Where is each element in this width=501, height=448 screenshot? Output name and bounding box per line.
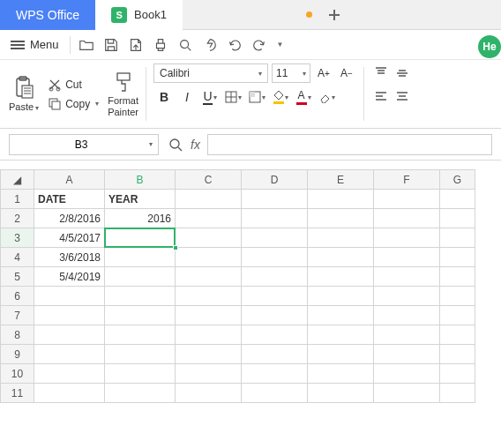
row-header[interactable]: 9 (1, 345, 34, 364)
format-painter-button[interactable]: FormatPainter (104, 63, 142, 124)
save-icon[interactable] (102, 36, 120, 54)
cell[interactable] (105, 306, 176, 325)
select-all-corner[interactable]: ◢ (1, 170, 34, 190)
cell[interactable] (105, 364, 176, 384)
cell-selected[interactable] (105, 228, 176, 248)
help-badge[interactable]: He (478, 35, 501, 58)
cell[interactable] (308, 190, 374, 209)
cell[interactable] (308, 209, 374, 228)
app-tab[interactable]: WPS Office (0, 0, 95, 30)
paste-button[interactable]: Paste▾ (5, 63, 42, 124)
align-middle-button[interactable] (393, 63, 412, 83)
cell[interactable]: 4/5/2017 (34, 228, 105, 248)
cell[interactable] (374, 306, 440, 325)
cell[interactable] (242, 228, 308, 248)
cell[interactable] (105, 325, 176, 345)
row-header[interactable]: 8 (1, 325, 34, 345)
row-header[interactable]: 2 (1, 209, 34, 228)
cell[interactable] (105, 384, 176, 403)
print-preview-icon[interactable] (176, 36, 194, 54)
col-header-F[interactable]: F (374, 170, 440, 190)
cell[interactable] (242, 325, 308, 345)
row-header[interactable]: 6 (1, 287, 34, 306)
cell[interactable] (176, 306, 242, 325)
cell[interactable] (34, 384, 105, 403)
cell[interactable] (440, 190, 475, 209)
chevron-down-icon[interactable]: ▾ (149, 140, 153, 148)
cell[interactable] (34, 325, 105, 345)
cell[interactable] (105, 248, 176, 267)
cell[interactable] (176, 287, 242, 306)
cell[interactable] (308, 248, 374, 267)
col-header-C[interactable]: C (176, 170, 242, 190)
cell[interactable] (374, 345, 440, 364)
name-box[interactable]: ▾ (9, 134, 159, 155)
fill-handle[interactable] (173, 245, 178, 250)
copy-button[interactable]: Copy▾ (48, 97, 99, 111)
cell[interactable] (440, 287, 475, 306)
cell[interactable]: 2/8/2016 (34, 209, 105, 228)
text-color-button[interactable]: A▾ (293, 86, 314, 108)
cell[interactable] (176, 325, 242, 345)
cell[interactable] (34, 364, 105, 384)
font-size-select[interactable]: 11▾ (272, 63, 310, 83)
cell-style-button[interactable]: ▾ (246, 86, 268, 108)
qat-more-icon[interactable]: ▼ (277, 41, 284, 49)
col-header-G[interactable]: G (440, 170, 475, 190)
link-icon[interactable] (201, 36, 219, 54)
cell[interactable] (308, 267, 374, 287)
cell[interactable]: 3/6/2018 (34, 248, 105, 267)
open-icon[interactable] (78, 36, 95, 54)
cell[interactable] (176, 364, 242, 384)
cell[interactable] (105, 287, 176, 306)
cell[interactable] (374, 209, 440, 228)
fill-color-button[interactable]: ▾ (270, 86, 291, 108)
cell[interactable] (440, 325, 475, 345)
cell[interactable] (374, 287, 440, 306)
borders-button[interactable]: ▾ (222, 86, 244, 108)
formula-input[interactable] (207, 134, 492, 155)
bold-button[interactable]: B (153, 86, 175, 108)
row-header[interactable]: 11 (1, 384, 34, 403)
cell[interactable] (105, 267, 176, 287)
cell[interactable] (374, 190, 440, 209)
col-header-E[interactable]: E (308, 170, 374, 190)
cell[interactable] (34, 287, 105, 306)
cell[interactable] (440, 364, 475, 384)
cell[interactable] (374, 228, 440, 248)
cell[interactable] (374, 267, 440, 287)
cell[interactable] (440, 228, 475, 248)
underline-button[interactable]: U▾ (199, 86, 221, 108)
cell[interactable] (176, 384, 242, 403)
redo-icon[interactable] (250, 36, 268, 54)
cell[interactable] (440, 248, 475, 267)
menu-button[interactable]: Menu (7, 38, 63, 51)
row-header[interactable]: 3 (1, 228, 34, 248)
cell[interactable] (176, 228, 242, 248)
fx-label[interactable]: fx (191, 138, 200, 152)
cell[interactable] (308, 384, 374, 403)
row-header[interactable]: 4 (1, 248, 34, 267)
cell[interactable] (242, 248, 308, 267)
cell[interactable] (242, 267, 308, 287)
cell[interactable] (374, 248, 440, 267)
row-header[interactable]: 7 (1, 306, 34, 325)
col-header-B[interactable]: B (105, 170, 176, 190)
cell[interactable] (242, 384, 308, 403)
cell[interactable] (34, 306, 105, 325)
cell[interactable] (105, 345, 176, 364)
align-left-button[interactable] (371, 86, 391, 106)
name-box-input[interactable] (15, 138, 147, 151)
font-name-select[interactable]: Calibri▾ (153, 63, 268, 83)
cell[interactable] (242, 364, 308, 384)
cell[interactable] (308, 364, 374, 384)
cut-button[interactable]: Cut (48, 78, 99, 92)
cell[interactable] (440, 209, 475, 228)
cell[interactable] (440, 345, 475, 364)
clear-format-button[interactable]: ▾ (316, 86, 338, 108)
undo-icon[interactable] (226, 36, 243, 54)
col-header-A[interactable]: A (34, 170, 105, 190)
cell[interactable] (242, 345, 308, 364)
spreadsheet-grid[interactable]: ◢ A B C D E F G 1DATEYEAR 22/8/20162016 … (0, 169, 475, 403)
cell[interactable] (176, 190, 242, 209)
